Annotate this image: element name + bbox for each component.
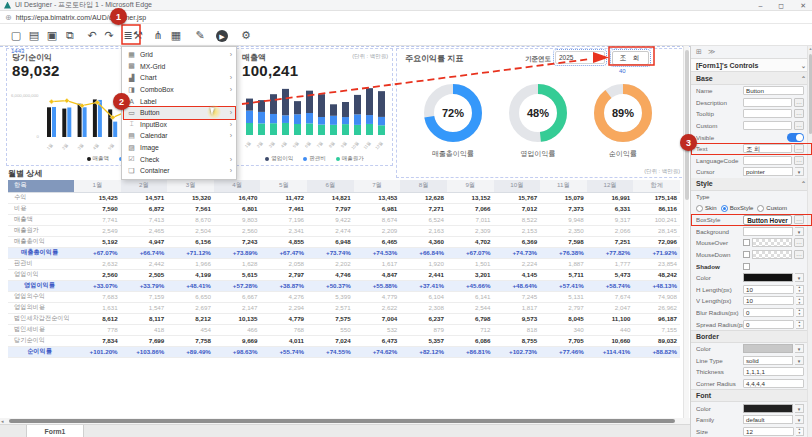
grid-cell: 9,573 — [494, 313, 541, 324]
settings-icon[interactable]: ⚙ — [238, 28, 254, 43]
minimize-button[interactable]: – — [758, 0, 762, 11]
property-input[interactable]: 4,4,4,4 — [743, 379, 804, 388]
menu-item-check[interactable]: ☑Check› — [122, 153, 236, 165]
menu-item-chart[interactable]: ▟Chart› — [122, 72, 236, 84]
panel-dock-icon[interactable]: ⊞ — [696, 48, 702, 56]
code-view-icon[interactable]: ▦ — [168, 28, 184, 43]
property-input[interactable]: 1,1,1,1 — [743, 367, 804, 376]
spin-input[interactable]: 0 — [743, 308, 794, 317]
spinner-buttons[interactable]: ▴▾ — [796, 285, 804, 294]
property-input[interactable] — [743, 156, 792, 165]
scroll-up-arrow-icon[interactable]: ▲ — [808, 46, 812, 51]
panel-vscrollbar[interactable]: ▲ — [807, 46, 812, 437]
property-input[interactable]: Button — [743, 86, 804, 95]
edit-icon[interactable]: ✎ — [192, 28, 208, 43]
style-section-header[interactable]: Style ⌃ — [691, 178, 812, 191]
spinner-buttons[interactable]: ▴▾ — [796, 320, 804, 329]
menu-item-grid[interactable]: ▦Grid› — [122, 49, 236, 61]
panel-expand-icon[interactable]: ≫ — [708, 48, 715, 56]
transparent-swatch[interactable] — [752, 250, 792, 259]
ellipsis-button[interactable]: … — [794, 144, 804, 153]
search-button[interactable]: 조 회 — [612, 51, 649, 65]
chevron-down-icon[interactable]: ▾ — [795, 167, 804, 176]
save-all-icon[interactable]: ⧉ — [62, 28, 78, 43]
grid-header-cell: 11월 — [540, 180, 587, 192]
ellipsis-button[interactable]: … — [794, 250, 804, 259]
new-file-icon[interactable]: ▢ — [8, 28, 24, 43]
menu-item-container[interactable]: ❏Container› — [122, 165, 236, 177]
widget-profit-ratios[interactable]: 주요이익률 지표 기준연도 2025 ▼ 조 회 40 72%매출총이익률48%… — [396, 48, 687, 178]
grid-row: 영업외수익7,6837,1596,6506,6674,2765,3994,779… — [8, 291, 680, 302]
maximize-button[interactable]: ◻ — [778, 0, 784, 11]
canvas-vscrollbar-thumb[interactable] — [685, 50, 689, 200]
close-button[interactable]: ✕ — [800, 0, 806, 11]
base-year-combobox[interactable]: 2025 ▼ — [555, 51, 605, 64]
property-label: Corner Radius — [696, 380, 743, 387]
shadow-checkbox[interactable] — [743, 263, 750, 270]
enable-checkbox[interactable] — [743, 239, 750, 246]
color-swatch[interactable] — [743, 404, 793, 413]
property-input[interactable]: 조 회 — [743, 144, 792, 153]
ellipsis-button[interactable]: … — [794, 98, 804, 107]
property-control: ▾ — [743, 227, 804, 236]
undo-icon[interactable]: ↶ — [84, 28, 100, 43]
ellipsis-button[interactable]: … — [794, 238, 804, 247]
component-tools-icon[interactable]: ⚒ — [130, 28, 146, 43]
spinner-buttons[interactable]: ▴▾ — [796, 308, 804, 317]
property-row-size: Size12▴▾ — [691, 425, 812, 437]
grid-cell: +114.41% — [587, 346, 634, 357]
chevron-down-icon[interactable]: ▾ — [795, 344, 804, 353]
property-select[interactable]: pointer — [743, 167, 793, 176]
open-folder-icon[interactable]: ▤ — [26, 28, 42, 43]
spin-input[interactable]: 0 — [743, 320, 794, 329]
grid-cell: +38.87% — [260, 280, 307, 291]
form-tab[interactable]: Form1 — [26, 425, 84, 437]
grid-row: 매출총이익5,1924,9476,1567,2434,8556,9486,465… — [8, 236, 680, 247]
ellipsis-button[interactable]: … — [794, 156, 804, 165]
chevron-down-icon[interactable]: ▾ — [795, 356, 804, 365]
ellipsis-button[interactable]: … — [794, 215, 804, 224]
property-select[interactable]: solid — [743, 356, 793, 365]
spin-input[interactable]: 10 — [743, 285, 794, 294]
canvas-vscrollbar[interactable] — [683, 46, 689, 418]
property-input[interactable] — [743, 98, 792, 107]
enable-checkbox[interactable] — [743, 251, 750, 258]
property-input[interactable] — [743, 109, 792, 118]
radio-boxstyle[interactable] — [721, 205, 728, 212]
property-control: 1,1,1,1 — [743, 367, 804, 376]
menu-item-combobox[interactable]: ◨ComboBox› — [122, 84, 236, 96]
menu-item-calendar[interactable]: ▤Calendar› — [122, 130, 236, 142]
transparent-swatch[interactable] — [752, 238, 792, 247]
menu-item-mx-grid[interactable]: ▩MX-Grid — [122, 61, 236, 73]
spinner-buttons[interactable]: ▴▾ — [796, 296, 804, 305]
menu-item-image[interactable]: ▨Image — [122, 142, 236, 154]
chevron-down-icon[interactable]: ▾ — [795, 404, 804, 413]
radio-custom[interactable] — [757, 205, 764, 212]
controls-header[interactable]: [Form1]'s Controls ⌄ — [691, 58, 812, 72]
hierarchy-icon[interactable]: ⋔ — [150, 28, 166, 43]
chevron-down-icon[interactable]: ▾ — [795, 273, 804, 282]
base-section-header[interactable]: Base ⌃ — [691, 72, 812, 85]
menu-item-inputbox[interactable]: ⌶InputBox› — [122, 119, 236, 131]
menu-item-label[interactable]: ALabel — [122, 95, 236, 107]
chevron-down-icon[interactable]: ▾ — [795, 415, 804, 424]
visible-toggle[interactable] — [787, 133, 804, 142]
redo-icon[interactable]: ↷ — [101, 28, 117, 43]
chevron-down-icon[interactable]: ▾ — [795, 227, 804, 236]
property-input[interactable] — [743, 121, 792, 130]
ellipsis-button[interactable]: … — [794, 121, 804, 130]
property-select[interactable] — [743, 227, 793, 236]
spin-input[interactable]: 12 — [743, 427, 794, 436]
color-swatch[interactable] — [743, 273, 793, 282]
color-swatch[interactable] — [743, 344, 793, 353]
property-select[interactable]: default — [743, 415, 793, 424]
canvas-hscrollbar-thumb[interactable] — [9, 419, 675, 423]
boxstyle-button[interactable]: Button Hover — [743, 215, 792, 225]
run-icon[interactable]: ▶ — [214, 28, 230, 43]
spin-input[interactable]: 10 — [743, 296, 794, 305]
radio-skin[interactable] — [696, 205, 703, 212]
ellipsis-button[interactable]: … — [794, 109, 804, 118]
spinner-buttons[interactable]: ▴▾ — [796, 427, 804, 436]
save-icon[interactable]: ▣ — [44, 28, 60, 43]
widget-sales[interactable]: 매출액 (단위 : 백만원) 100,241 1월2월3월4월5월6월7월8월9… — [236, 48, 393, 166]
